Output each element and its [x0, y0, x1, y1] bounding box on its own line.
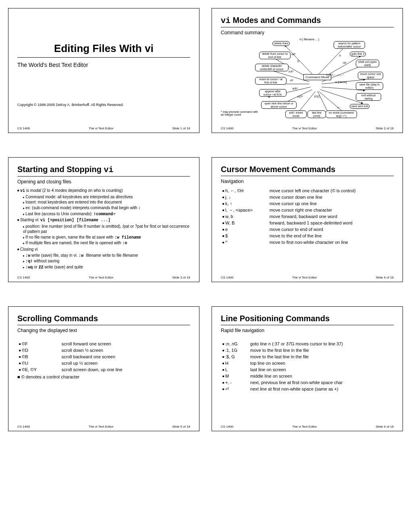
- lbl-move-cur: move cursor one space: [358, 72, 383, 79]
- slide-4: Cursor Movement Commands Navigation h, ←…: [212, 157, 403, 282]
- slide5-note: ■ © denotes a control character: [17, 374, 190, 379]
- slide1-title: Editing Files With vi: [17, 42, 190, 55]
- slide3-title: Starting and Stopping vi: [17, 165, 190, 175]
- rule: [17, 176, 190, 177]
- footer-doc: The vi Text Editor: [89, 276, 114, 279]
- list-item: ex: (sub-command mode) interprets comman…: [23, 205, 190, 211]
- footer-doc: The vi Text Editor: [292, 127, 317, 130]
- lbl-shell: shell out (open shell): [356, 60, 379, 67]
- footer-slidenum: Slide 2 of 18: [376, 127, 394, 130]
- list-item: Closing vi :w write (save) file, stay in…: [17, 247, 190, 270]
- table-row: h, ←, ©Hmove cursor left one character (…: [221, 187, 394, 194]
- lbl-edit-mode: edit / insert mode: [285, 110, 307, 118]
- list-item: :wq or ZZ write (save) and quite: [23, 264, 190, 270]
- footer-doc: The vi Text Editor: [89, 425, 114, 428]
- table-row: ©Dscroll down ½ screen: [17, 347, 190, 353]
- table-row: emove cursor to end of word: [221, 226, 394, 233]
- table-row: W, Bforward, backward 1 space-delimited …: [221, 220, 394, 226]
- list-item: Command mode: all keystrokes are interpr…: [23, 194, 190, 200]
- slide-footer: CS 1400 The vi Text Editor Slide 3 of 18: [17, 274, 190, 279]
- list-item: Starting vi: vi [+position] [filename ..…: [17, 217, 190, 246]
- footer-slidenum: Slide 4 of 18: [376, 276, 394, 279]
- rule: [221, 325, 394, 325]
- footer-slidenum: Slide 3 of 18: [172, 276, 190, 279]
- slide-footer: CS 1400 The vi Text Editor Slide 4 of 18: [221, 274, 394, 279]
- slide4-table: h, ←, ©Hmove cursor left one character (…: [221, 187, 394, 245]
- rule: [221, 27, 394, 27]
- slide-footer: CS 1400 The vi Text Editor Slide 5 of 18: [17, 423, 190, 428]
- slide6-title: Line Positioning Commands: [221, 314, 394, 323]
- lbl-append: append after cursor / at EOL: [259, 89, 286, 97]
- footer-doc: The vi Text Editor: [292, 276, 317, 279]
- footer-doc: The vi Text Editor: [292, 425, 317, 428]
- table-row: ⏎next line at first non-white space (sam…: [221, 386, 394, 393]
- lbl-oO: o/O*: [297, 95, 303, 98]
- slide4-title: Cursor Movement Commands: [221, 165, 394, 174]
- table-row: j, ↓move cursor down one line: [221, 194, 394, 200]
- lbl-sh: :sh: [342, 61, 346, 64]
- table-row: ©E, ©Yscroll screen down, up one line: [17, 366, 190, 373]
- table-row: Htop line on screen: [221, 360, 394, 366]
- table-row: :1, 1Gmove to the first line in the file: [221, 347, 394, 353]
- lbl-star-note: * may precede command with an integer co…: [221, 110, 261, 116]
- slide1-copyright: Copyright © 1998-2005 Delroy A. Brinkerh…: [17, 103, 190, 107]
- lbl-save: save file (stay in editor): [356, 82, 383, 90]
- footer-slidenum: Slide 1 of 18: [172, 127, 190, 130]
- rule: [17, 57, 190, 58]
- footer-slidenum: Slide 6 of 18: [376, 425, 394, 428]
- footer-course: CS 1400: [17, 127, 30, 130]
- slide6-sub: Rapid file navigation: [221, 328, 394, 333]
- table-row: $move to the end of the line: [221, 233, 394, 239]
- footer-course: CS 1400: [221, 127, 233, 130]
- list-item: If no file name is given, name the file …: [23, 235, 190, 241]
- table-row: ©Fscroll forward one screen: [17, 341, 190, 347]
- lbl-wname: :w [name]: [334, 81, 347, 83]
- slide-grid: Editing Files With vi The World's Best T…: [8, 8, 403, 431]
- list-item: :w write (save) file, stay in vi. :w fil…: [23, 253, 190, 259]
- table-row: ^move to first non-white character on li…: [221, 239, 394, 245]
- command-diagram: Command Mode vi [ filename ... ] delete …: [221, 39, 394, 125]
- lbl-del-char: delete character under/left of cursor: [255, 64, 289, 71]
- table-row: +, -next, previous line at first non-whi…: [221, 379, 394, 386]
- table-row: Llast line on screen: [221, 366, 394, 373]
- slide-1: Editing Files With vi The World's Best T…: [8, 8, 199, 133]
- table-row: :$, Gmove to the last line in the file: [221, 353, 394, 360]
- lbl-saveexit: save and exit: [350, 104, 369, 109]
- list-item: position: line number (end of file if nu…: [23, 224, 190, 235]
- slide2-title: vi Modes and Commands: [221, 16, 394, 25]
- footer-slidenum: Slide 5 of 18: [172, 425, 190, 428]
- list-item: Insert: most keystrokes are entered into…: [23, 200, 190, 205]
- table-row: Mmiddle line on screen: [221, 373, 394, 379]
- slide5-title: Scrolling Commands: [17, 314, 190, 323]
- svg-line-1: [316, 45, 347, 77]
- slide1-subtitle: The World's Best Text Editor: [17, 62, 190, 68]
- list-item: If multiple files are named, the next fi…: [23, 240, 190, 246]
- title-text: Starting and Stopping: [17, 165, 104, 174]
- lbl-nG: :n: [338, 54, 341, 57]
- slide3-sub: Opening and closing files: [17, 179, 190, 185]
- slide-footer: CS 1400 The vi Text Editor Slide 6 of 18: [221, 423, 394, 428]
- lbl-delete-lines: delete lines: [272, 41, 290, 46]
- lbl-esc: ESC: [314, 95, 320, 98]
- list-item: Last line (access to Unix commands): !co…: [23, 211, 190, 217]
- lbl-search: search for pattern before/after cursor: [334, 41, 365, 49]
- table-row: ©Uscroll up ½ screen: [17, 360, 190, 366]
- slide-3: Starting and Stopping vi Opening and clo…: [8, 157, 199, 282]
- slide5-table: ©Fscroll forward one screen©Dscroll down…: [17, 341, 190, 373]
- slide4-sub: Navigation: [221, 179, 394, 184]
- title-mono: vi: [104, 165, 113, 175]
- footer-course: CS 1400: [221, 425, 233, 428]
- lbl-xX: x/X*: [289, 70, 294, 73]
- slide-6: Line Positioning Commands Rapid file nav…: [212, 306, 403, 431]
- slide3-bullets: vi is modal (2 to 4 modes depending on w…: [17, 188, 190, 270]
- slide-footer: CS 1400 The vi Text Editor Slide 1 of 18: [17, 125, 190, 130]
- footer-course: CS 1400: [17, 425, 30, 428]
- lbl-insert: insert at cursor / at first of line: [255, 77, 286, 85]
- slide2-sub: Command summary: [221, 30, 394, 35]
- lbl-hjkl: h,j,k,l,←,↑,↓,→: [326, 73, 345, 76]
- lbl-lastline: last line (cmd): [307, 110, 326, 118]
- footer-course: CS 1400: [17, 276, 30, 279]
- lbl-exmode: ex mode (command args ⏎ ): [326, 110, 357, 118]
- footer-doc: The vi Text Editor: [89, 127, 114, 130]
- lbl-del-eol: delete from cursor to end of line: [259, 52, 291, 59]
